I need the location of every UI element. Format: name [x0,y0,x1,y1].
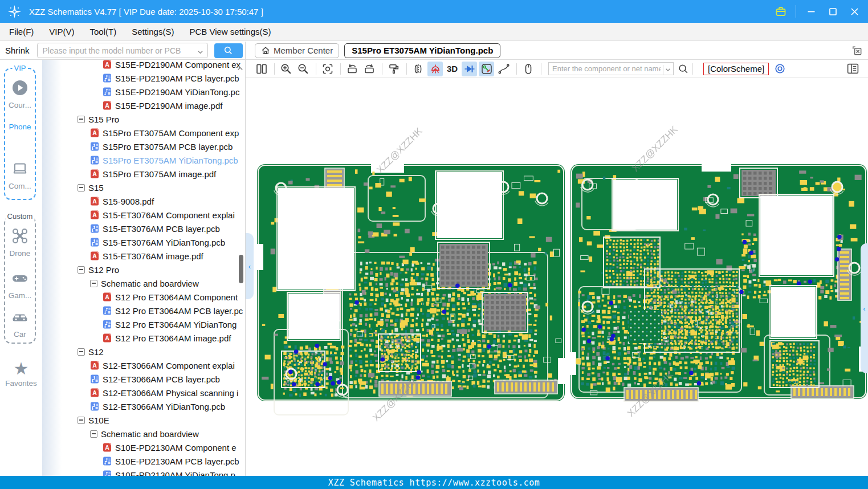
diode-icon[interactable] [462,62,477,76]
tree-group[interactable]: Schematic and boardview [42,276,245,290]
tree-item[interactable]: AS12-ET3066AM Physical scanning i [42,386,245,400]
eye-icon[interactable] [774,63,786,75]
pcb-file-icon [90,224,99,233]
tree-item-label: S12 Pro ET3064AM PCB layer.pc [115,306,243,316]
tree-item[interactable]: AS15-ET3076AM image.pdf [42,249,245,263]
tree-item[interactable]: AS15Pro ET3075AM Component exp [42,126,245,140]
model-search-input[interactable] [38,43,207,58]
tree-item[interactable]: S12 Pro ET3064AM YiDianTong [42,317,245,331]
tree-item[interactable]: AS10E-PD2130AM Component e [42,441,245,454]
measure-icon[interactable] [479,62,494,76]
close-tab-icon[interactable] [851,44,863,59]
sidebar-item-cour[interactable]: Cour... [5,79,35,109]
member-center-button[interactable]: Member Center [255,43,339,58]
collapse-toggle-icon[interactable] [90,280,97,287]
sidebar-item-favorites[interactable]: ★Favorites [0,361,42,388]
app-window: XZZ Schematics V4.77 [ VIP Due date: 202… [0,0,868,489]
collapse-right-handle[interactable]: ‹ [861,243,868,373]
tree-item[interactable]: S10E-PD2130AM YiDianTong.p [42,468,245,476]
app-logo-icon [7,5,22,19]
3d-icon[interactable]: 3D [445,62,460,76]
tree-item[interactable]: S15E-PD2190AM PCB layer.pcb [42,71,245,85]
collapse-toggle-icon[interactable] [90,430,97,438]
maximize-button[interactable] [826,5,840,18]
tree-item[interactable]: S15Pro ET3075AM PCB layer.pcb [42,140,245,153]
toolbar-separator [316,63,316,75]
minimize-button[interactable] [804,5,818,18]
rotate-right-icon[interactable] [361,62,377,76]
tree-item[interactable]: S12-ET3066AM YiDianTong.pcb [42,400,245,413]
right-panel-icon[interactable] [846,62,859,78]
chevron-down-icon[interactable] [663,65,671,75]
tree-item[interactable]: S15Pro ET3075AM YiDianTong.pcb [42,153,245,167]
tree-item[interactable]: AS15E-PD2190AM Component ex [42,60,245,71]
sidebar-item-drone[interactable]: Drone [5,227,35,258]
model-search-button[interactable] [214,43,243,58]
zoom-out-icon[interactable] [295,62,311,76]
collapse-toggle-icon[interactable] [78,116,85,123]
tree-item[interactable]: AS15Pro ET3075AM image.pdf [42,167,245,181]
tree-item-label: S15-ET3076AM Component explai [103,210,235,220]
sidebar-item-car[interactable]: Car [5,308,35,339]
course-play-icon [11,79,28,99]
pcb-board-view[interactable] [246,78,868,476]
tree-item[interactable]: AS12 Pro ET3064AM Component [42,290,245,304]
tree-item[interactable]: S12 Pro ET3064AM PCB layer.pc [42,304,245,317]
tree-group[interactable]: S15 Pro [42,112,245,126]
tree-group[interactable]: S12 [42,345,245,358]
tree-group[interactable]: Schematic and boardview [42,427,245,441]
tree-item[interactable]: AS12 Pro ET3064AM image.pdf [42,331,245,345]
dual-view-icon[interactable] [254,62,269,76]
tree-item[interactable]: S10E-PD2130AM PCB layer.pcb [42,454,245,468]
collapse-tree-handle[interactable]: ‹ [246,233,254,299]
curve-icon[interactable] [496,62,511,76]
svg-text:A: A [92,129,97,136]
mouse-icon[interactable] [520,62,536,76]
tree-item-label: S12 Pro ET3064AM Component [115,292,238,302]
shrink-button[interactable]: Shrink [5,46,30,55]
collapse-toggle-icon[interactable] [78,348,85,356]
tree-item[interactable]: AS15E-PD2190AM image.pdf [42,99,245,112]
tree-group[interactable]: S10E [42,413,245,427]
menu-item-settings[interactable]: Settings(S) [132,27,174,36]
tree-item-label: S15E-PD2190AM PCB layer.pcb [115,74,239,83]
vip-briefcase-icon[interactable] [774,5,788,18]
menu-item-file[interactable]: File(F) [9,27,34,36]
tree-item[interactable]: S12-ET3066AM PCB layer.pcb [42,372,245,386]
mirror-flip-icon[interactable] [410,62,426,76]
chevron-down-icon[interactable] [197,47,203,58]
sidebar-item-com[interactable]: Com... [5,160,35,190]
close-button[interactable] [847,5,861,18]
pcb-file-icon [103,306,112,315]
tree-item-label: S12 [88,347,104,357]
paint-roller-icon[interactable] [386,62,401,76]
menu-item-vip[interactable]: VIP(V) [49,27,74,36]
tree-group[interactable]: S15 [42,181,245,194]
net-search-input[interactable] [549,63,673,75]
tree-item[interactable]: S15-ET3076AM PCB layer.pcb [42,222,245,235]
collapse-toggle-icon[interactable] [78,266,85,274]
menu-item-tool[interactable]: Tool(T) [90,27,117,36]
sidebar-item-gam[interactable]: Gam... [5,270,35,300]
tree-scroll-up-icon[interactable] [237,64,244,75]
fit-view-icon[interactable] [320,62,335,76]
tree-item[interactable]: S15-ET3076AM YiDianTong.pcb [42,235,245,249]
model-search-combobox[interactable] [37,43,208,58]
zoom-in-icon[interactable] [278,62,294,76]
tree-group[interactable]: S12 Pro [42,263,245,276]
collapse-toggle-icon[interactable] [78,417,85,424]
menu-item-pcb-view-settings[interactable]: PCB View settings(S) [189,27,271,36]
rotate-left-icon[interactable] [344,62,360,76]
lamp-icon[interactable] [427,62,443,76]
tree-item[interactable]: AS15-ET3076AM Component explai [42,208,245,222]
colorscheme-button[interactable]: [ColorScheme] [703,63,769,75]
tree-item[interactable]: AS15-9008.pdf [42,194,245,208]
net-search-icon[interactable] [678,63,689,75]
tab-active-pcb[interactable]: S15Pro ET3075AM YiDianTong.pcb [344,43,500,58]
tree-scrollbar[interactable] [239,255,243,283]
tree-item[interactable]: AS12-ET3066AM Component explai [42,358,245,372]
net-search-combobox[interactable] [548,62,674,75]
sidebar-item-phone[interactable]: Phone [5,120,35,131]
collapse-toggle-icon[interactable] [78,184,85,191]
tree-item[interactable]: S15E-PD2190AM YiDianTong.pc [42,85,245,99]
